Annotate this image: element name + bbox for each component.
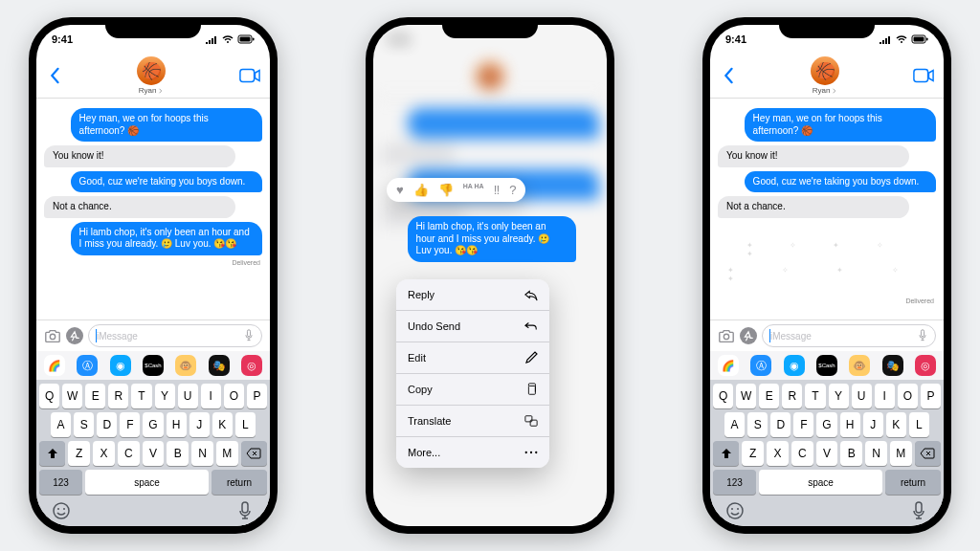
message-sent[interactable]: Good, cuz we're taking you boys down. xyxy=(71,171,262,193)
tapback-heart[interactable]: ♥ xyxy=(396,183,404,197)
key-g[interactable]: G xyxy=(143,412,163,437)
app-fitness[interactable]: ◎ xyxy=(241,355,262,376)
message-input[interactable]: iMessage xyxy=(762,324,936,347)
contact-info[interactable]: 🏀 Ryan xyxy=(137,56,166,95)
app-photos[interactable]: 🌈 xyxy=(44,355,65,376)
key-e[interactable]: E xyxy=(759,384,779,408)
app-cash[interactable]: $Cash xyxy=(816,355,837,376)
key-z[interactable]: Z xyxy=(68,441,90,466)
key-space[interactable]: space xyxy=(759,470,882,495)
key-p[interactable]: P xyxy=(921,384,941,408)
emoji-icon[interactable] xyxy=(725,501,745,520)
menu-more[interactable]: More... xyxy=(396,437,549,468)
key-j[interactable]: J xyxy=(863,412,883,437)
key-h[interactable]: H xyxy=(840,412,860,437)
key-t[interactable]: T xyxy=(805,384,825,408)
key-y[interactable]: Y xyxy=(155,384,175,408)
key-n[interactable]: N xyxy=(191,441,213,466)
key-return[interactable]: return xyxy=(885,470,941,495)
tapback-exclaim[interactable]: ‼︎ xyxy=(494,183,501,197)
key-d[interactable]: D xyxy=(97,412,117,437)
key-a[interactable]: A xyxy=(51,412,71,437)
key-w[interactable]: W xyxy=(736,384,756,408)
key-o[interactable]: O xyxy=(224,384,244,408)
key-u[interactable]: U xyxy=(852,384,872,408)
menu-edit[interactable]: Edit xyxy=(396,342,549,374)
key-v[interactable]: V xyxy=(816,441,838,466)
app-store[interactable]: Ⓐ xyxy=(77,355,98,376)
app-audio[interactable]: ◉ xyxy=(784,355,805,376)
key-q[interactable]: Q xyxy=(713,384,733,408)
key-shift[interactable] xyxy=(39,441,65,466)
menu-reply[interactable]: Reply xyxy=(396,279,549,311)
key-a[interactable]: A xyxy=(724,412,745,437)
tapback-question[interactable]: ? xyxy=(509,183,516,197)
key-b[interactable]: B xyxy=(167,441,189,466)
app-cash[interactable]: $Cash xyxy=(143,355,164,376)
message-sent[interactable]: Hey man, we on for hoops this afternoon?… xyxy=(745,108,936,142)
key-c[interactable]: C xyxy=(118,441,140,466)
key-backspace[interactable] xyxy=(241,441,267,466)
mic-icon[interactable] xyxy=(235,501,255,520)
key-q[interactable]: Q xyxy=(39,384,59,408)
message-received[interactable]: You know it! xyxy=(718,145,909,167)
key-c[interactable]: C xyxy=(791,441,813,466)
back-icon[interactable] xyxy=(720,67,737,84)
dictate-icon[interactable] xyxy=(244,329,254,342)
camera-icon[interactable] xyxy=(44,327,61,344)
key-m[interactable]: M xyxy=(890,441,912,466)
key-p[interactable]: P xyxy=(247,384,267,408)
app-fitness[interactable]: ◎ xyxy=(915,355,936,376)
menu-translate[interactable]: Translate xyxy=(396,406,549,437)
mic-icon[interactable] xyxy=(909,501,928,520)
key-e[interactable]: E xyxy=(85,384,105,408)
app-store[interactable]: Ⓐ xyxy=(750,355,771,376)
key-z[interactable]: Z xyxy=(742,441,764,466)
key-l[interactable]: L xyxy=(909,412,929,437)
key-n[interactable]: N xyxy=(865,441,887,466)
facetime-icon[interactable] xyxy=(239,68,260,83)
menu-copy[interactable]: Copy xyxy=(396,374,549,406)
message-input[interactable]: iMessage xyxy=(88,324,262,347)
tapback-thumbsup[interactable]: 👍 xyxy=(413,183,429,197)
appstore-icon[interactable] xyxy=(740,327,757,344)
message-received[interactable]: Not a chance. xyxy=(44,196,235,218)
back-icon[interactable] xyxy=(46,67,63,84)
focused-message[interactable]: Hi lamb chop, it's only been an hour and… xyxy=(408,216,576,262)
facetime-icon[interactable] xyxy=(913,68,934,83)
key-x[interactable]: X xyxy=(93,441,115,466)
key-x[interactable]: X xyxy=(767,441,789,466)
app-memoji[interactable]: 🐵 xyxy=(175,355,196,376)
key-i[interactable]: I xyxy=(875,384,895,408)
key-g[interactable]: G xyxy=(816,412,836,437)
key-u[interactable]: U xyxy=(178,384,198,408)
key-v[interactable]: V xyxy=(143,441,165,466)
key-o[interactable]: O xyxy=(898,384,918,408)
app-photos[interactable]: 🌈 xyxy=(718,355,739,376)
app-audio[interactable]: ◉ xyxy=(110,355,131,376)
app-animoji[interactable]: 🎭 xyxy=(209,355,230,376)
contact-info[interactable]: 🏀 Ryan xyxy=(811,56,839,95)
key-space[interactable]: space xyxy=(85,470,209,495)
key-j[interactable]: J xyxy=(189,412,210,437)
key-k[interactable]: K xyxy=(886,412,906,437)
key-s[interactable]: S xyxy=(747,412,768,437)
emoji-icon[interactable] xyxy=(52,501,71,520)
key-t[interactable]: T xyxy=(131,384,151,408)
key-h[interactable]: H xyxy=(167,412,187,437)
key-123[interactable]: 123 xyxy=(713,470,756,495)
key-backspace[interactable] xyxy=(915,441,941,466)
key-m[interactable]: M xyxy=(216,441,238,466)
app-memoji[interactable]: 🐵 xyxy=(849,355,870,376)
message-sent[interactable]: Hi lamb chop, it's only been an hour and… xyxy=(71,222,262,255)
key-w[interactable]: W xyxy=(62,384,82,408)
message-received[interactable]: You know it! xyxy=(44,145,235,167)
key-123[interactable]: 123 xyxy=(39,470,82,495)
key-shift[interactable] xyxy=(713,441,739,466)
key-return[interactable]: return xyxy=(212,470,267,495)
key-s[interactable]: S xyxy=(74,412,94,437)
tapback-haha[interactable]: HA HA xyxy=(463,183,484,197)
key-r[interactable]: R xyxy=(108,384,128,408)
camera-icon[interactable] xyxy=(718,327,735,344)
app-animoji[interactable]: 🎭 xyxy=(882,355,903,376)
